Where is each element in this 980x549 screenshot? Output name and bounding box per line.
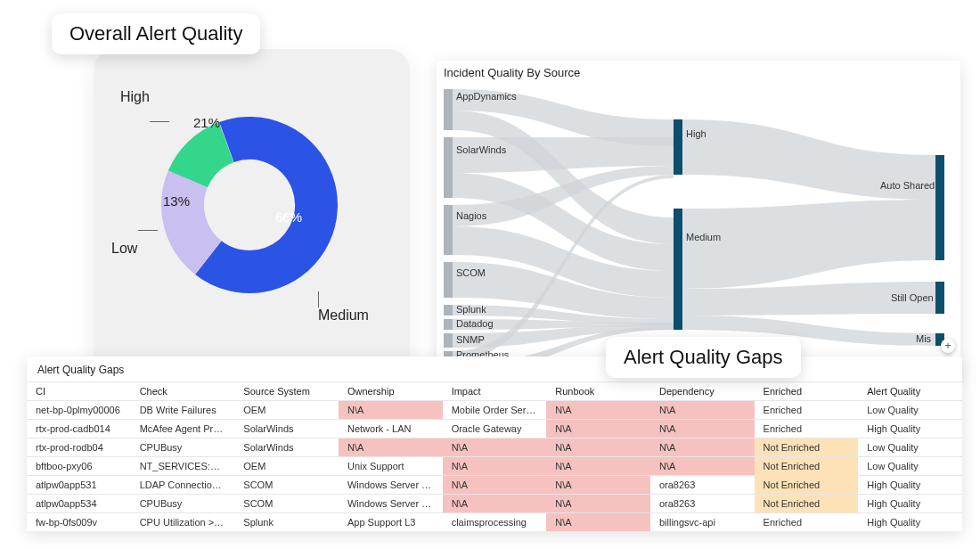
table-header[interactable]: Enriched: [755, 382, 859, 401]
table-header[interactable]: Impact: [443, 382, 547, 401]
table-cell: Splunk: [234, 513, 339, 532]
table-cell: Mobile Order Service: [443, 401, 547, 420]
overall-title-tag: Overall Alert Quality: [52, 13, 260, 54]
table-cell: Windows Server Sup…: [339, 495, 443, 513]
table-cell: Windows Server Sup…: [339, 476, 443, 495]
table-cell: bftboo-pxy06: [27, 457, 131, 476]
table-row[interactable]: net-bp-0plmy00006DB Write FailuresOEMN\A…: [27, 401, 962, 420]
table-header[interactable]: Source System: [234, 382, 339, 401]
table-title: Alert Quality Gaps: [27, 356, 962, 381]
table-cell: McAfee Agent Proce…: [131, 420, 235, 438]
table-cell: N\A: [443, 495, 547, 513]
table-cell: N\A: [546, 401, 650, 420]
svg-rect-8: [444, 319, 453, 330]
table-header[interactable]: Dependency: [650, 382, 755, 401]
table-row[interactable]: atlpw0app531LDAP Connection Er…SCOMWindo…: [27, 476, 962, 495]
table-cell: net-bp-0plmy00006: [27, 401, 131, 420]
table-header[interactable]: Alert Quality: [858, 382, 962, 401]
table-cell: SCOM: [234, 495, 339, 513]
table-cell: High Quality: [858, 513, 962, 532]
table-cell: N\A: [546, 495, 650, 513]
table-cell: N\A: [443, 438, 547, 457]
table-cell: N\A: [650, 438, 755, 457]
table-header[interactable]: Ownership: [339, 382, 443, 401]
svg-text:Datadog: Datadog: [456, 318, 494, 329]
table-cell: Low Quality: [858, 401, 962, 420]
table-cell: N\A: [546, 438, 650, 457]
table-row[interactable]: bftboo-pxy06NT_SERVICES:SER…OEMUnix Supp…: [27, 457, 962, 476]
table-cell: CPUBusy: [131, 438, 235, 457]
table-cell: SCOM: [234, 476, 339, 495]
table-cell: ora8263: [650, 476, 755, 495]
table-cell: claimsprocessing: [443, 513, 547, 532]
svg-rect-14: [935, 155, 944, 260]
table-cell: High Quality: [858, 476, 962, 495]
table-cell: N\A: [546, 476, 650, 495]
table-header[interactable]: Check: [131, 382, 235, 401]
svg-text:Still Open: Still Open: [891, 292, 934, 303]
table-row[interactable]: fw-bp-0fs009vCPU Utilization >= 7…Splunk…: [27, 513, 962, 532]
table-cell: rtx-prod-cadb014: [27, 420, 131, 438]
table-cell: Not Enriched: [755, 438, 859, 457]
alert-quality-gaps-table: Alert Quality Gaps CICheckSource SystemO…: [27, 356, 962, 531]
table-cell: atlpw0app534: [27, 495, 131, 513]
table-cell: N\A: [339, 401, 443, 420]
table-row[interactable]: atlpw0app534CPUBusySCOMWindows Server Su…: [27, 495, 962, 513]
svg-rect-12: [674, 119, 682, 175]
table-cell: CPUBusy: [131, 495, 235, 513]
table-cell: N\A: [443, 476, 547, 495]
table-cell: High Quality: [858, 495, 962, 513]
table-cell: High Quality: [858, 420, 962, 438]
table-cell: N\A: [546, 457, 650, 476]
svg-text:AppDynamics: AppDynamics: [456, 91, 517, 102]
donut-pct-high: 21%: [193, 115, 220, 130]
donut-pct-medium: 66%: [275, 209, 302, 225]
svg-text:High: High: [686, 128, 706, 139]
table-cell: OEM: [234, 457, 339, 476]
svg-text:Nagios: Nagios: [456, 210, 487, 221]
svg-rect-7: [444, 305, 453, 315]
donut-label-medium: Medium: [318, 307, 369, 324]
table-row[interactable]: rtx-prod-rodb04CPUBusySolarWindsN\AN\AN\…: [27, 438, 962, 457]
svg-text:Auto Shared: Auto Shared: [880, 180, 935, 191]
svg-text:Mis: Mis: [916, 333, 932, 344]
table-cell: DB Write Failures: [131, 401, 235, 420]
table-cell: CPU Utilization >= 7…: [131, 513, 235, 532]
sankey-chart: AppDynamics SolarWinds Nagios SCOM Splun…: [437, 84, 960, 380]
table-cell: N\A: [339, 438, 443, 457]
table-cell: NT_SERVICES:SER…: [131, 457, 235, 476]
table-cell: rtx-prod-rodb04: [27, 438, 131, 457]
svg-text:SolarWinds: SolarWinds: [456, 144, 507, 155]
table-cell: N\A: [546, 420, 650, 438]
table-cell: Unix Support: [339, 457, 443, 476]
table-header[interactable]: Runbook: [546, 382, 650, 401]
donut-label-low: Low: [111, 241, 137, 257]
svg-text:SNMP: SNMP: [456, 334, 485, 345]
donut-label-high: High: [120, 89, 150, 105]
table-cell: N\A: [443, 457, 547, 476]
gaps-title-tag: Alert Quality Gaps: [606, 337, 801, 378]
sankey-title: Incident Quality By Source: [444, 66, 580, 79]
svg-rect-6: [444, 262, 453, 298]
table-cell: OEM: [234, 401, 339, 420]
table-cell: Enriched: [755, 420, 859, 438]
table-cell: atlpw0app531: [27, 476, 131, 495]
zoom-in-button[interactable]: +: [941, 339, 955, 353]
table-cell: N\A: [650, 457, 755, 476]
table-cell: Enriched: [755, 401, 859, 420]
svg-rect-4: [444, 137, 453, 198]
table-cell: Low Quality: [858, 438, 962, 457]
table-cell: Enriched: [755, 513, 859, 532]
table-header[interactable]: CI: [27, 382, 131, 401]
table-cell: Low Quality: [858, 457, 962, 476]
table-cell: SolarWinds: [234, 438, 339, 457]
table-cell: N\A: [546, 513, 650, 532]
table-cell: billingsvc-api: [650, 513, 755, 532]
svg-text:Medium: Medium: [686, 232, 721, 242]
table-cell: fw-bp-0fs009v: [27, 513, 131, 532]
table-cell: Not Enriched: [755, 495, 859, 513]
svg-rect-9: [444, 333, 453, 348]
table-row[interactable]: rtx-prod-cadb014McAfee Agent Proce…Solar…: [27, 420, 962, 438]
table-cell: Oracle Gateway: [443, 420, 547, 438]
table-cell: LDAP Connection Er…: [131, 476, 235, 495]
